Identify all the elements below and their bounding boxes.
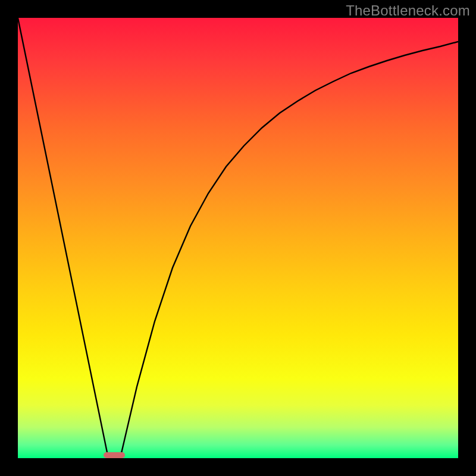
watermark-text: TheBottleneck.com <box>346 2 470 19</box>
chart-frame: TheBottleneck.com <box>0 0 476 476</box>
plot-area <box>18 18 458 458</box>
optimal-marker <box>104 452 125 458</box>
curve-svg <box>18 18 458 458</box>
bottleneck-curve <box>18 18 458 458</box>
